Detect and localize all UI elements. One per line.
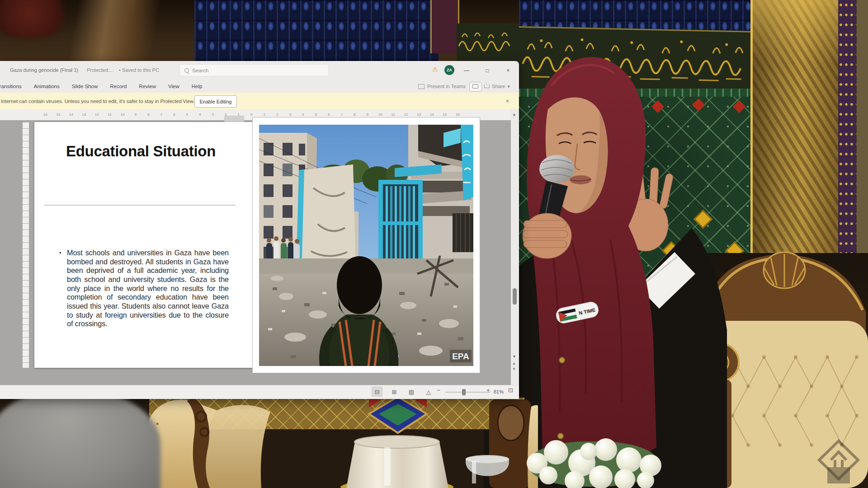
wall-light-band: [68, 0, 163, 63]
ruler-number: 11: [104, 113, 117, 117]
ribbon-tab[interactable]: Review: [139, 84, 156, 89]
ruler-number: 3: [207, 113, 220, 117]
ruler-number: 14: [425, 113, 439, 117]
zoom-level[interactable]: 81%: [494, 389, 504, 394]
scroll-down-icon[interactable]: ▼: [512, 354, 516, 359]
ruler-number: 1: [258, 113, 271, 117]
ribbon-tabs: TransitionsAnimationsSlide ShowRecordRev…: [0, 80, 202, 93]
search-icon: [184, 68, 189, 73]
slide-title[interactable]: Educational Situation: [66, 143, 256, 160]
enable-editing-button[interactable]: Enable Editing: [194, 95, 237, 108]
protected-label: Protected....: [87, 67, 113, 73]
ruler-number: 10: [374, 113, 387, 117]
title-bar[interactable]: Gaza during genocide (Final 1) Protected…: [0, 61, 519, 80]
ruler-number: 4: [193, 113, 207, 117]
ruler-number: 16: [451, 113, 464, 117]
ruler-number: 13: [78, 113, 91, 117]
video-frame: N TIME: [0, 0, 868, 488]
reading-view-icon[interactable]: ▤: [406, 387, 417, 397]
foreground-person-blur: [0, 388, 160, 488]
flower-bouquet: [527, 435, 662, 488]
slide-sorter-icon[interactable]: ⊞: [389, 387, 400, 397]
ruler-number: 15: [52, 113, 65, 117]
close-button[interactable]: ×: [499, 61, 517, 80]
autosave-status: • Saved to this PC: [119, 67, 159, 73]
ruler-number: 13: [413, 113, 426, 117]
zoom-slider-thumb[interactable]: [462, 389, 466, 395]
ruler-number: 12: [400, 113, 413, 117]
next-slide-button[interactable]: ▼: [512, 367, 516, 371]
ruler-number: 0: [245, 113, 258, 117]
protected-view-message: Internet can contain viruses. Unless you…: [1, 99, 195, 104]
avatar[interactable]: ZA: [444, 65, 454, 75]
ruler-number: 3: [284, 113, 297, 117]
fit-to-window-button[interactable]: ⊡: [508, 387, 513, 394]
ruler-number: 7: [155, 113, 168, 117]
ribbon-tab[interactable]: View: [168, 84, 179, 89]
protected-bar-close-icon[interactable]: ×: [506, 98, 509, 104]
ruler-number: 6: [322, 113, 335, 117]
slide-canvas: Educational Situation • Most schools and…: [0, 120, 511, 387]
bullet-marker: •: [59, 249, 61, 257]
ruler-number: 11: [387, 113, 400, 117]
vertical-ruler[interactable]: [23, 122, 29, 368]
ribbon-tab-row: TransitionsAnimationsSlide ShowRecordRev…: [0, 80, 519, 93]
scroll-up-icon[interactable]: ▲: [512, 112, 516, 117]
ribbon-tab[interactable]: Help: [192, 84, 203, 89]
ruler-number: 5: [181, 113, 194, 117]
foreground-furniture: [149, 389, 538, 488]
present-in-teams-button[interactable]: Present in Teams: [418, 80, 466, 93]
warning-icon[interactable]: ⚠: [432, 66, 438, 73]
ruler-number: 6: [168, 113, 181, 117]
ruler-number: 14: [65, 113, 78, 117]
share-icon: [484, 84, 490, 88]
slide-image-frame[interactable]: EPA: [252, 117, 480, 373]
photo-credit: EPA: [452, 352, 469, 361]
ribbon-tab[interactable]: Animations: [34, 84, 60, 89]
zoom-out-button[interactable]: −: [437, 387, 440, 394]
gold-column-highlight: [750, 0, 840, 63]
ribbon-tab[interactable]: Transitions: [0, 84, 22, 89]
protected-view-bar: Internet can contain viruses. Unless you…: [0, 93, 519, 110]
ruler-number: 12: [90, 113, 104, 117]
maximize-button[interactable]: □: [478, 61, 496, 80]
ribbon-tab[interactable]: Slide Show: [72, 84, 98, 89]
ruler-number: 10: [116, 113, 129, 117]
slideshow-icon[interactable]: △: [423, 387, 434, 397]
ruler-number: 2: [271, 113, 284, 117]
search-input[interactable]: Search: [179, 64, 329, 76]
normal-view-icon[interactable]: ⊟: [372, 387, 382, 397]
search-placeholder: Search: [192, 68, 208, 73]
ruler-number: 7: [335, 113, 349, 117]
zoom-slider-track[interactable]: [445, 392, 491, 393]
ruler-number: 5: [310, 113, 323, 117]
destroyed-school-photo: EPA: [259, 125, 473, 366]
title-divider: [44, 205, 236, 206]
ribbon-tab[interactable]: Record: [110, 84, 127, 89]
zoom-in-button[interactable]: +: [486, 387, 490, 394]
powerpoint-window: Gaza during genocide (Final 1) Protected…: [0, 61, 519, 399]
ruler-number: 9: [361, 113, 374, 117]
small-column: [430, 0, 459, 53]
ruler-number: 16: [39, 113, 52, 117]
speech-bubble-icon: [472, 84, 478, 89]
channel-watermark: [814, 437, 863, 487]
chevron-down-icon: ▾: [507, 84, 510, 89]
comments-button[interactable]: [469, 82, 482, 92]
share-button[interactable]: Share ▾: [484, 80, 510, 93]
teams-monitor-icon: [418, 84, 425, 89]
previous-slide-button[interactable]: ▲: [512, 361, 516, 366]
ruler-number: 8: [142, 113, 155, 117]
blue-lamp-band: [194, 0, 439, 63]
handle-tab[interactable]: [224, 116, 244, 122]
status-bar: ⊟⊞▤△ − + 81% ⊡: [0, 385, 519, 399]
ruler-number: 15: [439, 113, 452, 117]
coat-button: [559, 357, 565, 363]
scrollbar-thumb[interactable]: [513, 288, 517, 305]
slide-body-text[interactable]: • Most schools and universities in Gaza …: [67, 249, 229, 328]
minimize-button[interactable]: —: [458, 61, 476, 80]
ruler-number: 4: [297, 113, 310, 117]
vertical-scrollbar[interactable]: ▲ ▼ ▲ ▼: [511, 111, 519, 385]
document-title: Gaza during genocide (Final 1): [10, 67, 78, 73]
ruler-number: 9: [129, 113, 142, 117]
